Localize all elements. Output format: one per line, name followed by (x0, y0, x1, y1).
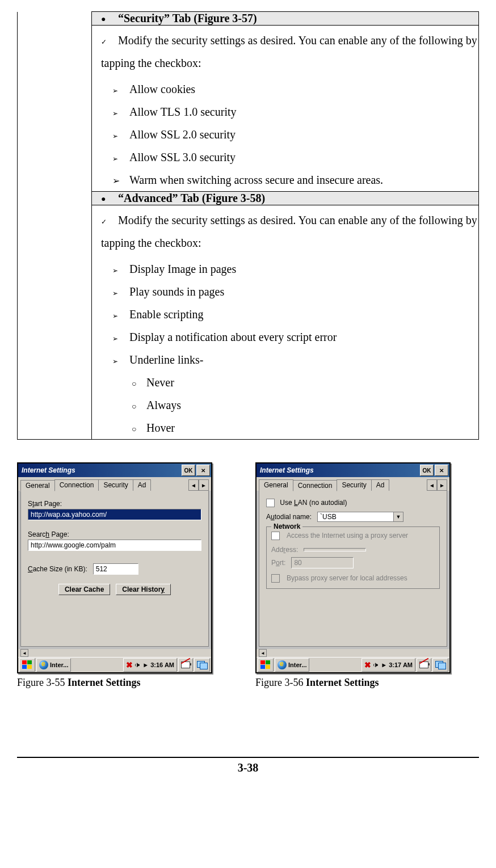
screenshots-row: Internet Settings OK ✕ General Connectio… (17, 462, 479, 689)
port-input[interactable]: 80 (291, 557, 354, 568)
security-header-text: “Security” Tab (Figure 3-57) (118, 12, 257, 24)
tab-connection[interactable]: Connection (54, 479, 99, 491)
tab-general[interactable]: General (259, 479, 293, 491)
adv-item-images: Display Image in pages (129, 263, 236, 275)
internet-settings-window-connection: Internet Settings OK ✕ General Connectio… (255, 462, 451, 673)
search-page-input[interactable]: http://www.google.com/palm (28, 540, 201, 551)
red-x-icon: ✖ (364, 660, 371, 669)
tray: ✖ ► 3:16 AM (123, 658, 177, 672)
port-label: Port: (271, 559, 285, 567)
security-tab-header: “Security” Tab (Figure 3-57) (92, 12, 479, 26)
window-title: Internet Settings (260, 466, 419, 474)
start-page-input[interactable]: http://wap.oa.yahoo.com/ (28, 509, 201, 520)
page-number: 3-38 (238, 761, 259, 774)
cascade-windows-icon (435, 661, 445, 669)
scroll-left-icon[interactable]: ◄ (20, 649, 28, 657)
tab-scroll-left-icon[interactable]: ◄ (427, 479, 437, 491)
advanced-tab-content: Modify the security settings as desired.… (92, 205, 479, 440)
figure-3-55-block: Internet Settings OK ✕ General Connectio… (17, 462, 221, 689)
internet-settings-window-general: Internet Settings OK ✕ General Connectio… (17, 462, 212, 673)
tab-scroll-right-icon[interactable]: ► (199, 479, 209, 491)
windows-flag-icon (22, 660, 32, 669)
tab-scroll-left-icon[interactable]: ◄ (188, 479, 199, 491)
figure-3-55-caption: Figure 3-55 Internet Settings (17, 677, 221, 689)
network-fieldset: Network Access the Internet using a prox… (266, 526, 440, 589)
use-proxy-label: Access the Internet using a proxy server (287, 532, 435, 540)
speaker-icon (372, 661, 379, 669)
advanced-header-text: “Advanced” Tab (Figure 3-58) (118, 192, 265, 204)
sec-item-warn: Warm when switching across secure and in… (129, 174, 383, 186)
windows-flag-icon (260, 660, 271, 669)
adv-item-sounds: Play sounds in pages (129, 285, 224, 298)
underline-always: Always (146, 399, 181, 411)
cascade-tray[interactable] (432, 658, 448, 672)
battery-tray (417, 658, 431, 672)
tray: ✖ ► 3:17 AM (362, 658, 415, 672)
tab-advanced-truncated[interactable]: Ad (371, 479, 390, 491)
autodial-label: Autodial name: (266, 513, 312, 521)
tab-scroll-right-icon[interactable]: ► (437, 479, 447, 491)
figure-3-56-caption: Figure 3-56 Internet Settings (255, 677, 460, 689)
underline-never: Never (146, 376, 174, 389)
battery-tray (178, 658, 193, 672)
sec-item-ssl2: Allow SSL 2.0 security (129, 128, 236, 141)
use-proxy-checkbox[interactable] (271, 532, 280, 540)
ok-button[interactable]: OK (182, 465, 195, 476)
tab-general[interactable]: General (20, 480, 55, 491)
sec-item-cookies: Allow cookies (129, 83, 195, 95)
bypass-proxy-label: Bypass proxy server for local addresses (287, 574, 435, 582)
taskbar-app-button[interactable]: Inter... (36, 658, 71, 672)
close-button[interactable]: ✕ (435, 465, 448, 476)
start-button[interactable] (19, 658, 35, 672)
chevron-down-icon: ▼ (393, 512, 403, 521)
instruction-table: “Security” Tab (Figure 3-57) Modify the … (17, 11, 479, 440)
adv-item-notify: Display a notification about every scrip… (129, 331, 337, 343)
advanced-tab-header: “Advanced” Tab (Figure 3-58) (92, 192, 479, 205)
ie-icon (278, 660, 287, 669)
underline-hover: Hover (146, 422, 175, 434)
tab-security[interactable]: Security (337, 479, 371, 491)
taskbar: Inter... ✖ ► 3:16 AM (18, 657, 211, 672)
clear-cache-button[interactable]: Clear Cache (58, 584, 110, 595)
tab-advanced-truncated[interactable]: Ad (133, 479, 152, 491)
taskbar-app-button[interactable]: Inter... (275, 658, 309, 672)
adv-item-scripting: Enable scripting (129, 308, 204, 321)
security-intro: Modify the security settings as desired.… (101, 34, 477, 69)
figure-3-56-block: Internet Settings OK ✕ General Connectio… (255, 462, 460, 689)
advanced-intro: Modify the security settings as desired.… (101, 214, 477, 249)
bypass-proxy-checkbox[interactable] (271, 574, 280, 583)
close-button[interactable]: ✕ (196, 465, 210, 476)
sec-item-ssl3: Allow SSL 3.0 security (129, 151, 236, 163)
battery-icon (419, 661, 428, 668)
cache-size-input[interactable]: 512 (93, 563, 138, 575)
adv-item-underline: Underline links- (129, 353, 204, 366)
tab-connection[interactable]: Connection (293, 480, 338, 491)
search-page-label: Search Page: (28, 530, 201, 538)
clock: 3:17 AM (389, 661, 413, 668)
network-legend: Network (271, 523, 302, 530)
use-lan-checkbox[interactable] (266, 499, 275, 507)
page-footer: 3-38 (17, 757, 479, 774)
use-lan-row: Use LAN (no autodial) (266, 499, 440, 507)
clock: 3:16 AM (150, 661, 174, 668)
cascade-windows-icon (197, 661, 207, 669)
start-button[interactable] (258, 658, 274, 672)
clear-history-button[interactable]: Clear History (116, 584, 171, 595)
window-title: Internet Settings (22, 466, 180, 474)
scroll-left-icon[interactable]: ◄ (259, 649, 267, 657)
autodial-combo[interactable]: `USB ▼ (317, 512, 403, 522)
cascade-tray[interactable] (194, 658, 210, 672)
ok-button[interactable]: OK (420, 465, 434, 476)
start-page-label: Start Page: (28, 500, 201, 508)
tab-security[interactable]: Security (98, 479, 133, 491)
ie-icon (39, 660, 48, 669)
address-label: Address: (271, 546, 298, 554)
taskbar: Inter... ✖ ► 3:17 AM (257, 657, 449, 672)
sec-item-tls: Allow TLS 1.0 security (129, 106, 237, 118)
use-lan-label: Use LAN (no autodial) (280, 499, 347, 507)
cache-size-label: Cache Size (in KB): (28, 565, 87, 573)
speaker-icon (134, 661, 141, 669)
address-input[interactable] (304, 548, 366, 551)
security-tab-content: Modify the security settings as desired.… (92, 26, 479, 192)
red-x-icon: ✖ (126, 660, 133, 669)
